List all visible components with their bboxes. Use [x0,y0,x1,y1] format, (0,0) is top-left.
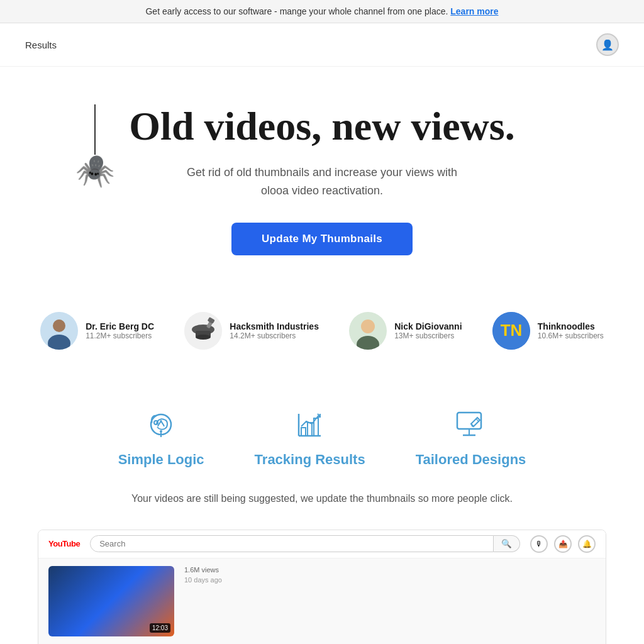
feature-tracking-results: Tracking Results [255,406,365,468]
think-avatar-svg: TN [492,312,530,350]
svg-point-10 [361,319,375,333]
channel-name-hacksmith: Hacksmith Industries [230,321,319,331]
youtube-content: 12:03 1.6M views 10 days ago [38,558,606,644]
channel-info-hacksmith: Hacksmith Industries 14.2M+ subscribers [230,321,319,340]
svg-rect-20 [301,428,306,436]
learn-more-link[interactable]: Learn more [450,6,498,16]
youtube-topbar: YouTube 🔍 🎙 📤 🔔 [38,530,606,558]
channel-item-thinknoodles: TN Thinknoodles 10.6M+ subscribers [492,312,604,350]
channel-name-eric: Dr. Eric Berg DC [86,321,154,331]
channel-subs-eric: 11.2M+ subscribers [86,331,154,340]
channel-name-nick: Nick DiGiovanni [394,321,462,331]
announcement-banner: Get early access to our software - mange… [0,0,644,23]
channel-avatar-eric [40,312,78,350]
youtube-icons: 🎙 📤 🔔 [530,535,596,553]
channel-avatar-hacksmith [184,312,222,350]
spider-icon: 🕷️ [75,155,114,186]
youtube-search-input[interactable] [90,535,494,552]
youtube-video-info: 1.6M views 10 days ago [184,566,596,636]
channel-subs-hacksmith: 14.2M+ subscribers [230,331,319,340]
features-section: Simple Logic Tracking Results [0,381,644,480]
feature-simple-logic: Simple Logic [118,406,204,468]
youtube-mockup: YouTube 🔍 🎙 📤 🔔 12:03 1.6M views 10 days… [38,530,606,644]
nav-results-link[interactable]: Results [25,40,57,50]
channel-subs-thinknoodles: 10.6M+ subscribers [538,331,604,340]
monitor-pencil-icon [452,406,489,444]
channel-avatar-nick [349,312,387,350]
youtube-bell-icon[interactable]: 🔔 [578,535,596,553]
banner-text: Get early access to our software - mange… [145,6,448,16]
description-text: Your videos are still being suggested, w… [0,480,644,517]
youtube-logo: YouTube [48,539,80,548]
feature-tailored-designs: Tailored Designs [416,406,526,468]
youtube-search-button[interactable]: 🔍 [494,535,520,552]
hero-subtitle-line1: Get rid of old thumbnails and increase y… [187,166,457,179]
feature-tailored-designs-title: Tailored Designs [416,452,526,468]
channel-info-thinknoodles: Thinknoodles 10.6M+ subscribers [538,321,604,340]
channel-item: Dr. Eric Berg DC 11.2M+ subscribers [40,312,154,350]
svg-point-16 [160,430,162,433]
avatar-icon: 👤 [601,39,614,51]
brain-icon [142,406,180,444]
hero-section: 🕷️ Old videos, new views. Get rid of old… [0,67,644,280]
nav-results-label: Results [25,40,57,50]
eric-avatar-svg [40,312,78,350]
channel-item-hacksmith: Hacksmith Industries 14.2M+ subscribers [184,312,319,350]
youtube-duration: 12:03 [150,623,170,633]
hacksmith-avatar-svg [184,312,222,350]
navbar: Results 👤 [0,23,644,67]
channels-strip: Dr. Eric Berg DC 11.2M+ subscribers Hack… [0,293,644,369]
hero-subtitle-line2: olooa video reactivation. [261,184,383,197]
channel-info-eric: Dr. Eric Berg DC 11.2M+ subscribers [86,321,154,340]
chart-icon [291,406,329,444]
feature-simple-logic-title: Simple Logic [118,452,204,468]
spider-decoration: 🕷️ [75,104,114,186]
user-avatar[interactable]: 👤 [596,33,619,56]
svg-point-6 [196,335,211,340]
svg-point-15 [154,421,158,425]
hero-subtitle: Get rid of old thumbnails and increase y… [165,164,479,200]
youtube-date: 10 days ago [184,576,596,584]
channel-item-nick: Nick DiGiovanni 13M+ subscribers [349,312,462,350]
youtube-search: 🔍 [90,535,520,552]
nick-avatar-svg [349,312,387,350]
youtube-views: 1.6M views [184,566,596,574]
youtube-thumbnail[interactable]: 12:03 [48,566,174,636]
feature-tracking-results-title: Tracking Results [255,452,365,468]
svg-text:TN: TN [500,321,522,340]
channel-avatar-thinknoodles: TN [492,312,530,350]
channel-subs-nick: 13M+ subscribers [394,331,462,340]
svg-point-1 [53,319,65,332]
youtube-upload-icon[interactable]: 📤 [554,535,572,553]
channel-info-nick: Nick DiGiovanni 13M+ subscribers [394,321,462,340]
channel-name-thinknoodles: Thinknoodles [538,321,604,331]
spider-thread [94,104,96,155]
cta-button[interactable]: Update My Thumbnails [231,223,413,255]
svg-rect-21 [308,423,312,436]
youtube-mic-icon[interactable]: 🎙 [530,535,548,553]
